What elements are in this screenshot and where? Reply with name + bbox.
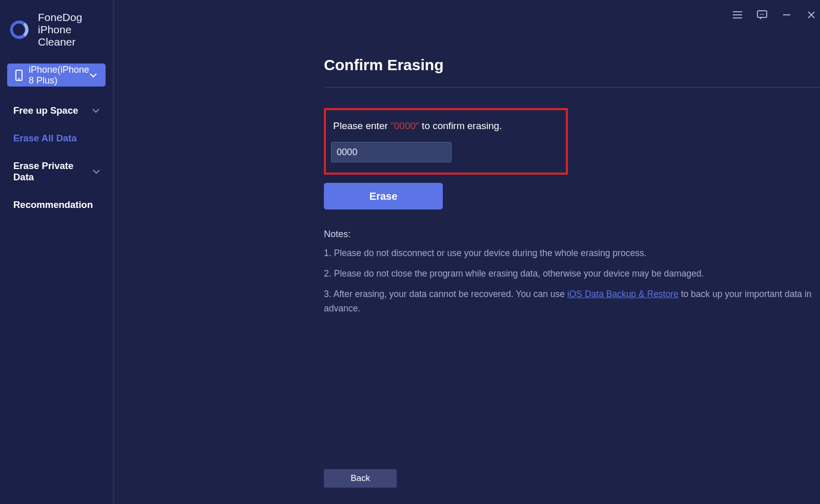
page-title: Confirm Erasing xyxy=(324,56,820,74)
sidebar-item-erase-all[interactable]: Erase All Data xyxy=(0,124,113,152)
back-button[interactable]: Back xyxy=(324,469,397,488)
prompt-post: to confirm erasing. xyxy=(419,120,502,131)
sidebar-item-recommendation[interactable]: Recommendation xyxy=(0,191,113,219)
close-icon[interactable] xyxy=(806,9,817,20)
backup-restore-link[interactable]: iOS Data Backup & Restore xyxy=(567,289,679,299)
feedback-icon[interactable] xyxy=(756,9,768,20)
note-3a: 3. After erasing, your data cannot be re… xyxy=(324,289,567,299)
confirm-prompt: Please enter "0000" to confirm erasing. xyxy=(333,120,561,132)
prompt-code: "0000" xyxy=(391,120,419,131)
note-3: 3. After erasing, your data cannot be re… xyxy=(324,287,816,316)
brand-title: FoneDog iPhone Cleaner xyxy=(38,11,105,48)
minimize-icon[interactable] xyxy=(781,9,792,20)
notes-heading: Notes: xyxy=(324,229,820,240)
chevron-down-icon xyxy=(92,108,99,113)
window-controls xyxy=(732,9,817,20)
erase-button[interactable]: Erase xyxy=(324,183,443,209)
device-label: iPhone(iPhone 8 Plus) xyxy=(29,65,89,86)
note-2: 2. Please do not close the program while… xyxy=(324,266,816,281)
sidebar-label: Erase All Data xyxy=(13,133,77,144)
svg-point-3 xyxy=(763,14,764,15)
sidebar-item-freeup[interactable]: Free up Space xyxy=(0,97,113,124)
chevron-down-icon xyxy=(89,72,97,78)
brand-block: FoneDog iPhone Cleaner xyxy=(0,0,113,64)
sidebar-label: Erase Private Data xyxy=(13,160,93,183)
brand-logo-icon xyxy=(8,18,31,41)
confirm-code-input[interactable] xyxy=(331,142,452,162)
phone-icon xyxy=(15,70,23,81)
confirm-highlight-box: Please enter "0000" to confirm erasing. xyxy=(324,108,568,175)
menu-icon[interactable] xyxy=(732,9,743,20)
svg-point-1 xyxy=(760,14,761,15)
sidebar-item-erase-private[interactable]: Erase Private Data xyxy=(0,152,113,191)
prompt-pre: Please enter xyxy=(333,120,391,131)
divider xyxy=(324,87,820,88)
sidebar-label: Free up Space xyxy=(13,105,78,116)
main-panel: Confirm Erasing Please enter "0000" to c… xyxy=(114,0,820,504)
sidebar-label: Recommendation xyxy=(13,199,93,211)
chevron-down-icon xyxy=(93,169,99,174)
svg-point-2 xyxy=(762,14,763,15)
note-1: 1. Please do not disconnect or use your … xyxy=(324,246,816,260)
device-selector[interactable]: iPhone(iPhone 8 Plus) xyxy=(7,64,106,87)
sidebar: FoneDog iPhone Cleaner iPhone(iPhone 8 P… xyxy=(0,0,114,504)
